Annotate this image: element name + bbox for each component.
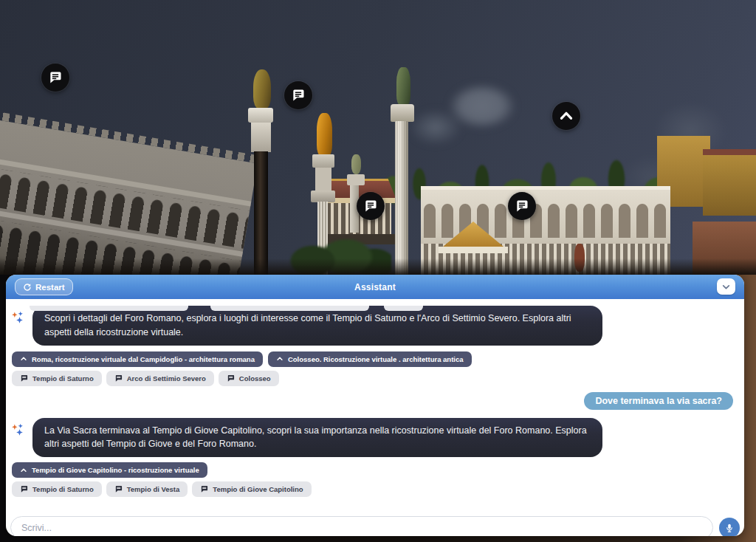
partial-chip	[384, 306, 423, 311]
suggestion-chip[interactable]: Arco di Settimio Severo	[106, 371, 214, 386]
chat-bubble-icon	[20, 485, 28, 493]
mic-button[interactable]	[719, 518, 740, 537]
user-message: Dove terminava la via sacra?	[584, 392, 733, 410]
chat-bubble-icon	[200, 485, 208, 493]
topic-link-button[interactable]: Colosseo. Ricostruzione virtuale . archi…	[268, 351, 472, 367]
chevron-up-icon	[20, 355, 27, 363]
chat-bubble-icon	[227, 374, 235, 383]
chat-hotspot-marker[interactable]	[41, 64, 69, 92]
restart-button[interactable]: Restart	[15, 278, 73, 295]
chevron-up-icon	[276, 355, 284, 363]
collapse-button[interactable]	[717, 278, 735, 295]
chat-bubble-icon	[114, 485, 123, 493]
chat-bubble-icon	[20, 374, 28, 383]
ai-sparkle-icon	[10, 310, 25, 328]
chat-hotspot-marker[interactable]	[357, 192, 385, 220]
ai-sparkle-icon	[10, 422, 25, 440]
microphone-icon	[724, 523, 735, 533]
chevron-up-icon	[20, 467, 27, 474]
chat-input[interactable]	[10, 516, 713, 536]
assistant-message: La Via Sacra terminava al Tempio di Giov…	[32, 418, 602, 458]
chevron-down-icon	[721, 282, 731, 292]
suggestion-chip[interactable]: Tempio di Saturno	[12, 481, 102, 497]
suggestion-chip[interactable]: Tempio di Vesta	[106, 481, 188, 497]
chevron-up-hotspot-marker[interactable]	[552, 102, 580, 130]
refresh-icon	[23, 283, 32, 292]
topic-link-button[interactable]: Roma, ricostruzione virtuale dal Campido…	[12, 351, 263, 367]
partial-chip	[210, 306, 369, 311]
chat-hotspot-marker[interactable]	[508, 192, 536, 220]
assistant-message: Scopri i dettagli del Foro Romano, esplo…	[32, 306, 602, 346]
suggestion-chip[interactable]: Colosseo	[219, 371, 279, 386]
scene-bottom-shadow	[0, 258, 756, 276]
assistant-header: Restart Assistant	[6, 275, 744, 299]
panel-title: Assistant	[354, 282, 396, 292]
suggestion-chip[interactable]: Tempio di Giove Capitolino	[192, 481, 311, 497]
chat-bubble-icon	[114, 374, 123, 383]
partial-chip	[30, 306, 188, 311]
app: Restart Assistant	[0, 0, 756, 542]
suggestion-chip[interactable]: Tempio di Saturno	[12, 371, 102, 386]
assistant-panel: Restart Assistant	[6, 275, 744, 536]
restart-label: Restart	[35, 283, 65, 292]
chat-hotspot-marker[interactable]	[284, 81, 312, 109]
chat-body: Scopri i dettagli del Foro Romano, esplo…	[6, 306, 744, 536]
topic-link-button[interactable]: Tempio di Giove Capitolino - ricostruzio…	[12, 462, 207, 478]
